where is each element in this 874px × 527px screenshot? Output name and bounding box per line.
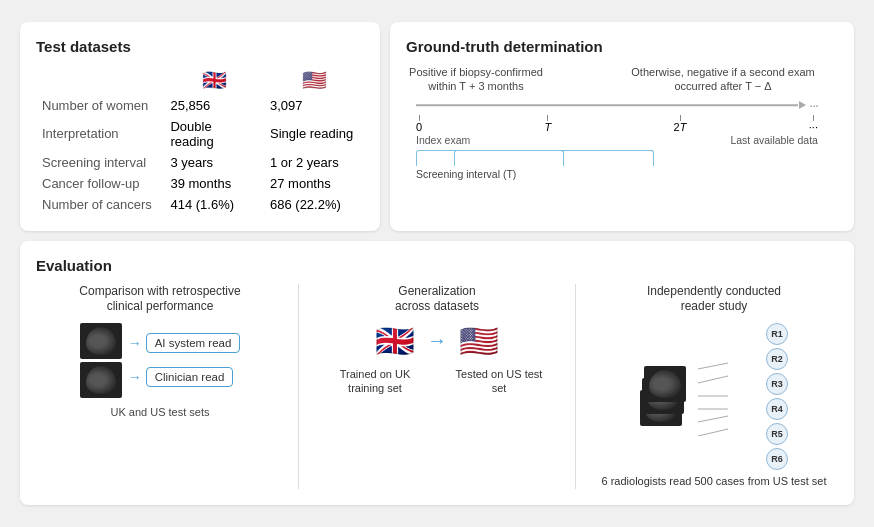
reader-diagram: R1R2R3R4R5R6 (590, 323, 838, 470)
row-label: Interpretation (36, 116, 164, 152)
gen-label-left: Trained on UK training set (330, 367, 420, 396)
evaluation-card: Evaluation Comparison with retrospective… (20, 241, 854, 506)
timeline-dots: ··· (809, 97, 818, 113)
reader-bubble: R6 (766, 448, 788, 470)
uk-flag: 🇬🇧 (170, 68, 258, 92)
clinician-read-label: Clinician read (146, 367, 234, 387)
row-label: Number of women (36, 95, 164, 116)
dataset-table: 🇬🇧 🇺🇸 Number of women 25,856 3,097 Inter… (36, 65, 364, 215)
brace-us (454, 150, 654, 166)
table-row: Cancer follow-up 39 months 27 months (36, 173, 364, 194)
tick-T-label: T (544, 121, 551, 133)
last-data-label: Last available data (730, 134, 818, 146)
svg-line-5 (698, 429, 728, 436)
reader-lines-svg (698, 356, 758, 436)
row-uk: 25,856 (164, 95, 264, 116)
panel-reader-study: Independently conductedreader study (590, 284, 838, 490)
test-datasets-card: Test datasets 🇬🇧 🇺🇸 Number of women (20, 22, 380, 231)
tick-2T: 2T (674, 115, 687, 133)
row-uk: 3 years (164, 152, 264, 173)
divider-1 (298, 284, 299, 490)
tl-negative-label: Otherwise, negative if a second exam occ… (618, 65, 828, 94)
brace-label: Screening interval (T) (416, 168, 516, 180)
row-us: 686 (22.2%) (264, 194, 364, 215)
row-us: Single reading (264, 116, 364, 152)
col-uk-header: 🇬🇧 (164, 65, 264, 95)
bottom-row: Evaluation Comparison with retrospective… (20, 241, 854, 506)
ai-read-label: AI system read (146, 333, 241, 353)
tick-0-label: 0 (416, 121, 422, 133)
gen-labels: Trained on UK training set Tested on US … (313, 367, 561, 396)
reader-bubble: R4 (766, 398, 788, 420)
col-us-header: 🇺🇸 (264, 65, 364, 95)
timeline-arrow-head (799, 101, 806, 109)
ground-truth-card: Ground-truth determination Positive if b… (390, 22, 854, 231)
mammo-img-2 (80, 362, 122, 398)
tick-sublabels: Index exam Last available data (406, 134, 828, 146)
arrows-panel: → AI system read → Clinician read (128, 333, 241, 387)
reader-bubbles: R1R2R3R4R5R6 (766, 323, 788, 470)
row-uk: 414 (1.6%) (164, 194, 264, 215)
timeline-annotations: Positive if biopsy-confirmed within T + … (406, 65, 828, 94)
arrow-clinician: → Clinician read (128, 367, 234, 387)
eval-panels: Comparison with retrospectiveclinical pe… (36, 284, 838, 490)
tick-dots-label: ··· (809, 121, 818, 133)
svg-line-1 (698, 376, 728, 383)
panel-gen-title: Generalizationacross datasets (313, 284, 561, 315)
mammo-layer-1 (644, 366, 686, 402)
arrow-ai-icon: → (128, 335, 142, 351)
row-uk: Double reading (164, 116, 264, 152)
row-us: 1 or 2 years (264, 152, 364, 173)
mammo-stack (80, 323, 122, 398)
gen-diagram: 🇬🇧 → 🇺🇸 (313, 325, 561, 357)
table-row: Number of cancers 414 (1.6%) 686 (22.2%) (36, 194, 364, 215)
table-row: Screening interval 3 years 1 or 2 years (36, 152, 364, 173)
row-label: Number of cancers (36, 194, 164, 215)
row-us: 3,097 (264, 95, 364, 116)
arrow-clinician-icon: → (128, 369, 142, 385)
tick-T: T (544, 115, 551, 133)
tl-positive-label: Positive if biopsy-confirmed within T + … (406, 65, 546, 94)
table-row: Interpretation Double reading Single rea… (36, 116, 364, 152)
table-row: Number of women 25,856 3,097 (36, 95, 364, 116)
panel-generalization: Generalizationacross datasets 🇬🇧 → 🇺🇸 Tr… (313, 284, 561, 396)
divider-2 (575, 284, 576, 490)
ground-truth-title: Ground-truth determination (406, 38, 838, 55)
reader-bubble: R3 (766, 373, 788, 395)
panel-comparison-title: Comparison with retrospectiveclinical pe… (36, 284, 284, 315)
row-label: Cancer follow-up (36, 173, 164, 194)
tick-dots: ··· (809, 115, 818, 133)
reader-bottom-label: 6 radiologists read 500 cases from US te… (590, 474, 838, 489)
reader-mammos (640, 366, 690, 426)
timeline-line: ··· (416, 97, 818, 113)
comparison-diagram: → AI system read → Clinician read (36, 323, 284, 398)
tick-0: 0 (416, 115, 422, 133)
us-flag: 🇺🇸 (270, 68, 358, 92)
col-label-header (36, 65, 164, 95)
gen-arrow: → (427, 329, 447, 352)
row-label: Screening interval (36, 152, 164, 173)
top-row: Test datasets 🇬🇧 🇺🇸 Number of women (20, 22, 854, 231)
arrow-ai: → AI system read (128, 333, 241, 353)
reader-bubble: R2 (766, 348, 788, 370)
timeline-horiz-line (416, 105, 798, 107)
svg-line-4 (698, 416, 728, 422)
gen-label-right: Tested on US test set (454, 367, 544, 396)
timeline-ticks: 0 T 2T ··· (406, 115, 828, 133)
gen-uk-flag: 🇬🇧 (375, 325, 415, 357)
reader-bubble: R5 (766, 423, 788, 445)
mammo-img-1 (80, 323, 122, 359)
app-container: Test datasets 🇬🇧 🇺🇸 Number of women (10, 12, 864, 516)
row-us: 27 months (264, 173, 364, 194)
timeline-wrapper: Positive if biopsy-confirmed within T + … (406, 65, 838, 181)
tick-2T-label: 2T (674, 121, 687, 133)
evaluation-title: Evaluation (36, 257, 838, 274)
panel1-bottom-label: UK and US test sets (36, 406, 284, 418)
index-exam-label: Index exam (416, 134, 470, 146)
panel-reader-title: Independently conductedreader study (590, 284, 838, 315)
row-uk: 39 months (164, 173, 264, 194)
gen-us-flag: 🇺🇸 (459, 325, 499, 357)
timeline-braces: Screening interval (T) (416, 150, 818, 180)
reader-bubble: R1 (766, 323, 788, 345)
panel-comparison: Comparison with retrospectiveclinical pe… (36, 284, 284, 418)
